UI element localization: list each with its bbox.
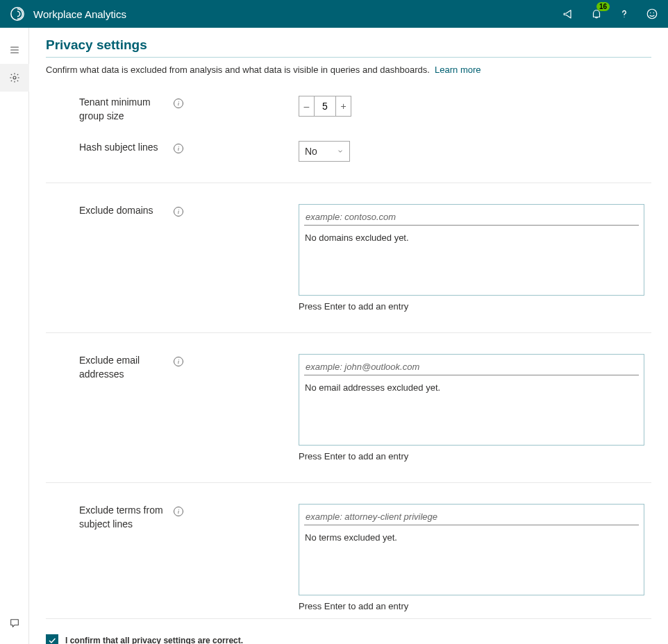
section-exclude-terms: Exclude terms from subject lines i No te… bbox=[46, 483, 651, 618]
feedback-icon[interactable] bbox=[646, 8, 658, 20]
header-actions: 16 bbox=[562, 8, 658, 20]
exclude-domains-hint: Press Enter to add an entry bbox=[299, 301, 651, 312]
chevron-down-icon bbox=[337, 148, 344, 155]
sidebar-item-settings[interactable] bbox=[0, 64, 29, 92]
exclude-terms-label: Exclude terms from subject lines bbox=[79, 504, 174, 611]
section-exclude-domains: Exclude domains i No domains excluded ye… bbox=[46, 183, 651, 333]
app-title: Workplace Analytics bbox=[33, 8, 126, 20]
exclude-terms-box: No terms excluded yet. bbox=[299, 504, 644, 595]
hash-subject-value: No bbox=[305, 146, 317, 157]
exclude-domains-box: No domains excluded yet. bbox=[299, 204, 644, 296]
info-icon[interactable]: i bbox=[174, 507, 183, 516]
svg-point-8 bbox=[13, 76, 16, 79]
confirm-checkbox[interactable] bbox=[46, 634, 58, 644]
stepper-decrement[interactable]: – bbox=[299, 96, 315, 116]
main-content: Privacy settings Confirm what data is ex… bbox=[29, 28, 668, 644]
notification-badge: 16 bbox=[596, 2, 610, 11]
exclude-terms-input[interactable] bbox=[304, 509, 639, 525]
confirm-row: I confirm that all privacy settings are … bbox=[46, 634, 651, 644]
tenant-min-stepper: – + bbox=[299, 96, 351, 117]
section-exclude-emails: Exclude email addresses i No email addre… bbox=[46, 333, 651, 483]
section-general: Tenant minimum group size i – + Hash sub… bbox=[46, 75, 651, 183]
app-logo-box: Workplace Analytics bbox=[10, 6, 126, 22]
exclude-emails-hint: Press Enter to add an entry bbox=[299, 451, 651, 461]
exclude-terms-empty: No terms excluded yet. bbox=[299, 525, 644, 595]
tenant-min-input[interactable] bbox=[315, 96, 335, 116]
learn-more-link[interactable]: Learn more bbox=[435, 65, 481, 75]
svg-point-3 bbox=[650, 12, 651, 14]
hash-subject-label: Hash subject lines bbox=[79, 141, 174, 162]
logo-icon bbox=[10, 6, 33, 22]
svg-point-0 bbox=[11, 8, 24, 20]
announce-icon[interactable] bbox=[562, 8, 575, 20]
exclude-emails-input[interactable] bbox=[304, 359, 639, 375]
svg-point-2 bbox=[647, 9, 657, 19]
page-description: Confirm what data is excluded from analy… bbox=[46, 65, 651, 75]
info-icon[interactable]: i bbox=[174, 144, 183, 153]
sidebar-menu-toggle[interactable] bbox=[0, 36, 29, 64]
exclude-domains-label: Exclude domains bbox=[79, 204, 174, 312]
sidebar-item-feedback[interactable] bbox=[0, 609, 29, 637]
stepper-increment[interactable]: + bbox=[335, 96, 351, 116]
sidebar bbox=[0, 28, 29, 644]
exclude-domains-empty: No domains excluded yet. bbox=[299, 226, 644, 295]
notification-icon[interactable]: 16 bbox=[590, 8, 603, 20]
info-icon[interactable]: i bbox=[174, 207, 183, 217]
hash-subject-select[interactable]: No bbox=[299, 141, 350, 162]
svg-point-1 bbox=[624, 17, 624, 17]
tenant-min-label: Tenant minimum group size bbox=[79, 96, 174, 123]
page-title: Privacy settings bbox=[46, 37, 651, 58]
exclude-emails-box: No email addresses excluded yet. bbox=[299, 354, 644, 446]
svg-point-4 bbox=[653, 12, 655, 14]
info-icon[interactable]: i bbox=[174, 357, 183, 366]
exclude-emails-empty: No email addresses excluded yet. bbox=[299, 375, 644, 445]
exclude-terms-hint: Press Enter to add an entry bbox=[299, 601, 651, 611]
confirm-label: I confirm that all privacy settings are … bbox=[65, 636, 243, 644]
help-icon[interactable] bbox=[618, 8, 631, 20]
info-icon[interactable]: i bbox=[174, 99, 183, 108]
exclude-emails-label: Exclude email addresses bbox=[79, 354, 174, 461]
exclude-domains-input[interactable] bbox=[304, 209, 639, 226]
app-header: Workplace Analytics 16 bbox=[0, 0, 668, 28]
